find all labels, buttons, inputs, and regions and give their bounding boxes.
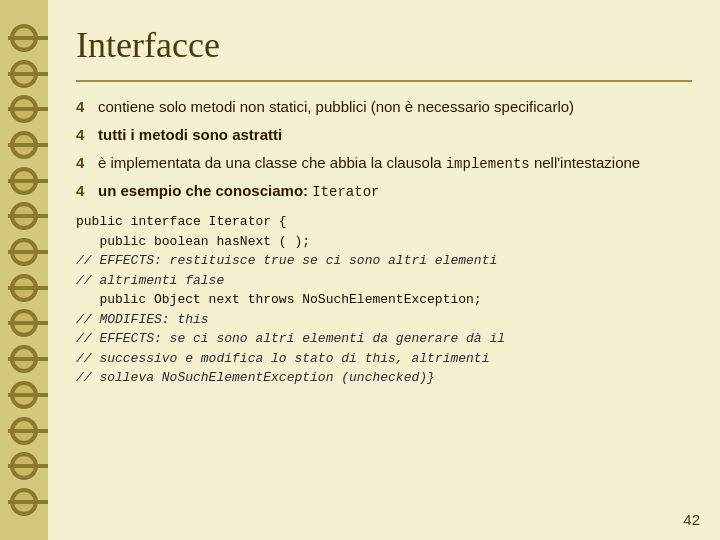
code-line-8: // successivo e modifica lo stato di thi…: [76, 351, 489, 366]
spiral-ring: [10, 167, 38, 195]
code-line-2: public boolean hasNext ( );: [76, 234, 310, 249]
code-line-3: // EFFECTS: restituisce true se ci sono …: [76, 253, 497, 268]
slide-title: Interfacce: [76, 24, 692, 66]
spiral-ring: [10, 452, 38, 480]
code-line-4: // altrimenti false: [76, 273, 224, 288]
spiral-ring: [10, 95, 38, 123]
code-line-1: public interface Iterator {: [76, 214, 287, 229]
slide-content: Interfacce 4 contiene solo metodi non st…: [48, 0, 720, 540]
spiral-ring: [10, 381, 38, 409]
iterator-code: Iterator: [312, 184, 379, 200]
spiral-ring: [10, 24, 38, 52]
code-line-6: // MODIFIES: this: [76, 312, 209, 327]
bullet-item-2: 4 tutti i metodi sono astratti: [76, 124, 692, 146]
spiral-ring: [10, 309, 38, 337]
bullet-item-1: 4 contiene solo metodi non statici, pubb…: [76, 96, 692, 118]
bullet-list: 4 contiene solo metodi non statici, pubb…: [76, 96, 692, 202]
bullet-num-2: 4: [76, 124, 98, 146]
code-line-7: // EFFECTS: se ci sono altri elementi da…: [76, 331, 505, 346]
code-block: public interface Iterator { public boole…: [76, 212, 692, 388]
bullet-item-4: 4 un esempio che conosciamo: Iterator: [76, 180, 692, 202]
spiral-ring: [10, 202, 38, 230]
bullet-num-4: 4: [76, 180, 98, 202]
code-line-9: // solleva NoSuchElementException (unche…: [76, 370, 435, 385]
bullet-text-2: tutti i metodi sono astratti: [98, 124, 692, 146]
code-line-5: public Object next throws NoSuchElementE…: [76, 292, 482, 307]
bullet-num-3: 4: [76, 152, 98, 174]
bullet-text-3: è implementata da una classe che abbia l…: [98, 152, 692, 174]
slide-number: 42: [683, 511, 700, 528]
spiral-ring: [10, 274, 38, 302]
bullet-text-4: un esempio che conosciamo: Iterator: [98, 180, 692, 202]
bullet-item-3: 4 è implementata da una classe che abbia…: [76, 152, 692, 174]
spiral-ring: [10, 238, 38, 266]
implements-code: implements: [446, 156, 530, 172]
divider: [76, 80, 692, 82]
spiral-ring: [10, 417, 38, 445]
spiral-ring: [10, 131, 38, 159]
spiral-ring: [10, 60, 38, 88]
spiral-ring: [10, 488, 38, 516]
spiral-binding: [0, 0, 48, 540]
spiral-ring: [10, 345, 38, 373]
bullet-num-1: 4: [76, 96, 98, 118]
bullet-text-1: contiene solo metodi non statici, pubbli…: [98, 96, 692, 118]
